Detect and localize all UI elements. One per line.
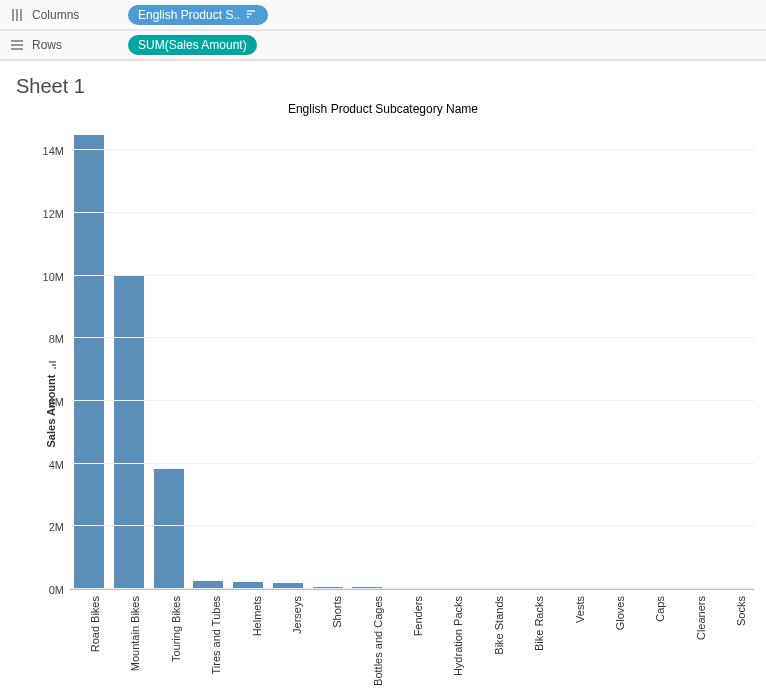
x-label: Helmets xyxy=(236,594,266,694)
gridline xyxy=(70,400,754,401)
x-label: Vests xyxy=(559,594,589,694)
gridline xyxy=(70,275,754,276)
x-label: Mountain Bikes xyxy=(114,594,144,694)
rows-pill-label: SUM(Sales Amount) xyxy=(138,38,247,52)
gridline xyxy=(70,588,754,589)
rows-icon xyxy=(8,37,26,53)
gridline xyxy=(70,337,754,338)
y-tick: 2M xyxy=(49,521,64,533)
rows-shelf-label: Rows xyxy=(8,37,118,53)
y-tick: 12M xyxy=(43,208,64,220)
x-labels: Road BikesMountain BikesTouring BikesTir… xyxy=(70,590,754,694)
x-label: Caps xyxy=(639,594,669,694)
x-label: Gloves xyxy=(599,594,629,694)
columns-pill[interactable]: English Product S.. xyxy=(128,5,268,25)
gridline xyxy=(70,525,754,526)
gridline xyxy=(70,212,754,213)
y-tick: 4M xyxy=(49,459,64,471)
sheet-title[interactable]: Sheet 1 xyxy=(16,75,754,98)
y-tick: 14M xyxy=(43,145,64,157)
rows-text: Rows xyxy=(32,38,62,52)
x-label: Cleaners xyxy=(680,594,710,694)
y-tick: 0M xyxy=(49,584,64,596)
bars-container xyxy=(70,120,744,589)
bar[interactable] xyxy=(154,469,184,589)
y-tick: 10M xyxy=(43,271,64,283)
columns-text: Columns xyxy=(32,8,79,22)
y-tick: 6M xyxy=(49,396,64,408)
worksheet: Sheet 1 English Product Subcategory Name… xyxy=(0,61,766,696)
x-label: Bike Racks xyxy=(518,594,548,694)
gridline xyxy=(70,463,754,464)
columns-shelf[interactable]: Columns English Product S.. xyxy=(0,0,766,30)
shelves: Columns English Product S.. Rows SUM(Sal… xyxy=(0,0,766,61)
y-tick: 8M xyxy=(49,333,64,345)
sort-desc-icon xyxy=(246,9,258,20)
y-axis: 0M2M4M6M8M10M12M14M xyxy=(12,120,70,590)
x-label: Hydration Packs xyxy=(437,594,467,694)
x-label: Tires and Tubes xyxy=(195,594,225,694)
x-label: Touring Bikes xyxy=(155,594,185,694)
rows-shelf[interactable]: Rows SUM(Sales Amount) xyxy=(0,30,766,60)
columns-pill-label: English Product S.. xyxy=(138,8,240,22)
chart-area: Sales Amount 0M2M4M6M8M10M12M14M Road Bi… xyxy=(12,120,754,696)
plot-area[interactable] xyxy=(70,120,754,590)
bar[interactable] xyxy=(114,276,144,589)
x-label: Jerseys xyxy=(276,594,306,694)
x-label: Fenders xyxy=(397,594,427,694)
chart-axis-title-top: English Product Subcategory Name xyxy=(12,102,754,116)
x-label: Road Bikes xyxy=(74,594,104,694)
columns-icon xyxy=(8,7,26,23)
x-label: Bike Stands xyxy=(478,594,508,694)
rows-pill[interactable]: SUM(Sales Amount) xyxy=(128,35,257,55)
x-label: Shorts xyxy=(316,594,346,694)
x-label: Bottles and Cages xyxy=(357,594,387,694)
x-label: Socks xyxy=(720,594,750,694)
columns-shelf-label: Columns xyxy=(8,7,118,23)
gridline xyxy=(70,149,754,150)
bar[interactable] xyxy=(74,135,104,589)
